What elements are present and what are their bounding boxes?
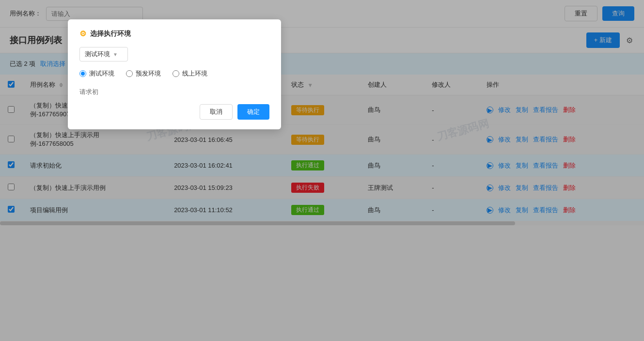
dropdown-value: 测试环境 [85, 50, 110, 59]
modal-gear-icon: ⚙ [79, 29, 86, 38]
modal-title: ⚙ 选择执行环境 [79, 29, 269, 38]
env-option-online[interactable]: 线上环境 [173, 69, 207, 78]
modal-dropdown-wrapper[interactable]: 测试环境 ▼ [79, 47, 269, 69]
env-option-pre[interactable]: 预发环境 [126, 69, 161, 78]
env-pre-label: 预发环境 [136, 69, 161, 78]
env-radio-group: 测试环境 预发环境 线上环境 [79, 69, 269, 78]
dropdown-arrow-icon: ▼ [113, 52, 118, 57]
env-online-label: 线上环境 [182, 69, 207, 78]
radio-pre[interactable] [126, 70, 133, 77]
modal-box: ⚙ 选择执行环境 测试环境 ▼ 测试环境 预发环境 线上环境 请求初 [68, 19, 281, 129]
modal-cancel-button[interactable]: 取消 [200, 104, 233, 120]
modal-footer: 取消 确定 [79, 104, 269, 120]
env-test-label: 测试环境 [89, 69, 114, 78]
radio-online[interactable] [173, 70, 179, 77]
radio-test[interactable] [79, 70, 86, 77]
modal-note: 请求初 [79, 88, 269, 96]
modal-confirm-button[interactable]: 确定 [237, 104, 269, 120]
modal-title-text: 选择执行环境 [90, 30, 131, 38]
env-dropdown[interactable]: 测试环境 ▼ [79, 47, 128, 62]
modal-overlay: ⚙ 选择执行环境 测试环境 ▼ 测试环境 预发环境 线上环境 请求初 [0, 0, 644, 225]
env-option-test[interactable]: 测试环境 [79, 69, 114, 78]
